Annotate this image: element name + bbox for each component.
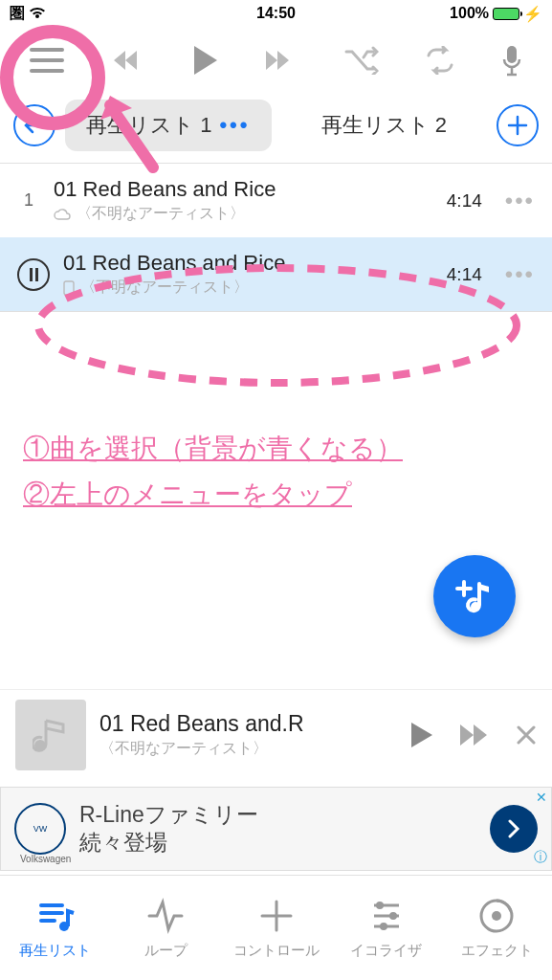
tab-playlist-2[interactable]: 再生リスト 2 — [281, 100, 488, 151]
menu-button[interactable] — [30, 48, 64, 73]
track-row-selected[interactable]: 01 Red Beans and Rice 〈不明なアーティスト〉 4:14 •… — [0, 237, 552, 311]
annotation-line-2: ②左上のメニューをタップ — [23, 472, 403, 518]
player-toolbar — [0, 27, 552, 94]
tab-more-icon[interactable]: ••• — [219, 113, 250, 138]
loop-icon — [145, 896, 186, 936]
tab-control[interactable]: コントロール — [221, 876, 331, 980]
svg-point-4 — [34, 740, 46, 751]
annotation-text: ①曲を選択（背景が青くなる） ②左上のメニューをタップ — [23, 426, 403, 517]
playlist-icon — [35, 896, 76, 936]
ad-close-icon[interactable]: ✕ — [536, 790, 547, 805]
prev-icon — [108, 46, 146, 75]
ad-banner[interactable]: VW Volkswagen R-Lineファミリー続々登場 ✕ ⓘ — [0, 787, 552, 871]
tab-label: 再生リスト — [19, 942, 91, 960]
svg-point-10 — [492, 911, 501, 921]
ad-brand: Volkswagen — [20, 854, 71, 864]
track-title: 01 Red Beans and Rice — [54, 177, 433, 202]
arrow-left-icon — [24, 117, 45, 134]
next-icon — [262, 46, 300, 75]
equalizer-icon — [366, 896, 407, 936]
shuffle-icon — [344, 46, 379, 75]
mic-icon — [501, 44, 522, 77]
play-icon — [190, 44, 219, 77]
music-note-icon — [33, 715, 69, 755]
np-play-button[interactable] — [408, 721, 433, 749]
pause-icon[interactable] — [17, 258, 50, 291]
track-more-button[interactable]: ••• — [505, 261, 535, 288]
ad-go-button[interactable] — [490, 805, 538, 853]
battery-icon — [493, 8, 519, 20]
svg-point-6 — [376, 902, 384, 909]
ad-text: R-Lineファミリー続々登場 — [79, 801, 476, 857]
battery-pct: 100% — [450, 5, 489, 22]
shuffle-button[interactable] — [344, 46, 379, 75]
track-row[interactable]: 1 01 Red Beans and Rice 〈不明なアーティスト〉 4:14… — [0, 164, 552, 237]
control-icon — [256, 896, 297, 936]
track-more-button[interactable]: ••• — [505, 188, 535, 214]
annotation-line-1: ①曲を選択（背景が青くなる） — [23, 426, 403, 472]
tab-label: 再生リスト 1 — [86, 111, 211, 140]
track-title: 01 Red Beans and Rice — [63, 251, 433, 276]
svg-rect-1 — [64, 281, 74, 295]
charging-icon: ⚡ — [523, 5, 542, 23]
ad-info-icon[interactable]: ⓘ — [534, 849, 547, 866]
tab-label: エフェクト — [461, 942, 533, 960]
svg-rect-0 — [507, 46, 517, 63]
plus-icon — [507, 115, 528, 136]
repeat-button[interactable] — [423, 46, 457, 75]
tab-label: コントロール — [233, 942, 320, 960]
add-playlist-button[interactable] — [497, 104, 539, 146]
now-playing-artist: 〈不明なアーティスト〉 — [99, 739, 395, 759]
mic-button[interactable] — [501, 44, 522, 77]
back-button[interactable] — [13, 104, 55, 146]
clock: 14:50 — [256, 5, 296, 22]
np-close-button[interactable] — [516, 724, 537, 746]
track-duration: 4:14 — [447, 264, 482, 285]
tab-effect[interactable]: エフェクト — [442, 876, 552, 980]
status-bar: 圏 14:50 100% ⚡ — [0, 0, 552, 27]
now-playing-title: 01 Red Beans and.R — [99, 711, 395, 737]
tab-playlist[interactable]: 再生リスト — [0, 876, 110, 980]
divider — [0, 311, 552, 312]
playlist-tabs: 再生リスト 1 ••• 再生リスト 2 — [0, 94, 552, 163]
play-button[interactable] — [190, 44, 219, 77]
device-icon — [63, 280, 75, 296]
repeat-icon — [423, 46, 457, 75]
next-button[interactable] — [262, 46, 300, 75]
track-duration: 4:14 — [447, 190, 482, 212]
track-artist-label: 〈不明なアーティスト〉 — [80, 278, 249, 298]
svg-point-8 — [380, 923, 387, 930]
carrier-label: 圏 — [10, 4, 25, 24]
tab-label: ループ — [144, 942, 188, 960]
effect-icon — [476, 896, 517, 936]
now-playing-bar[interactable]: 01 Red Beans and.R 〈不明なアーティスト〉 — [0, 689, 552, 780]
track-artist-label: 〈不明なアーティスト〉 — [77, 204, 245, 224]
svg-point-3 — [471, 602, 480, 612]
album-art-placeholder — [15, 700, 86, 770]
wifi-icon — [29, 7, 46, 20]
add-track-fab[interactable] — [433, 555, 516, 637]
add-music-icon — [453, 574, 497, 618]
tab-playlist-1[interactable]: 再生リスト 1 ••• — [65, 100, 272, 151]
tab-label: 再生リスト 2 — [321, 111, 447, 140]
chevron-right-icon — [507, 819, 520, 838]
tab-loop[interactable]: ループ — [110, 876, 220, 980]
ad-logo: VW — [14, 803, 66, 855]
bottom-tab-bar: 再生リスト ループ コントロール イコライザ エフェクト — [0, 875, 552, 980]
tab-label: イコライザ — [350, 942, 422, 960]
prev-button[interactable] — [108, 46, 146, 75]
moon-icon — [432, 7, 446, 20]
np-next-button[interactable] — [458, 723, 491, 747]
hamburger-icon — [30, 48, 64, 73]
svg-point-7 — [389, 912, 397, 920]
cloud-icon — [54, 209, 71, 220]
tab-equalizer[interactable]: イコライザ — [331, 876, 441, 980]
track-index: 1 — [17, 190, 40, 211]
